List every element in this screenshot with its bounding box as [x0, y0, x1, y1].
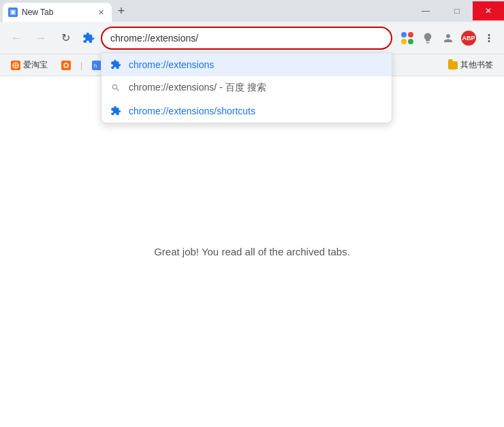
bookmark-taobao[interactable] — [56, 58, 76, 73]
puzzle-icon-1 — [110, 59, 122, 71]
bookmark-other[interactable]: 其他书签 — [443, 57, 499, 74]
search-icon-2 — [110, 82, 122, 94]
active-tab[interactable]: New Tab ✕ — [3, 3, 112, 22]
tab-close-button[interactable]: ✕ — [95, 7, 106, 18]
aitaobao-label: 爱淘宝 — [23, 59, 48, 71]
back-button[interactable]: ← — [5, 27, 27, 49]
autocomplete-item-3[interactable]: chrome://extensions/shortcuts — [101, 99, 392, 123]
google-dots — [401, 32, 413, 44]
other-bookmarks-label: 其他书签 — [460, 59, 493, 71]
lightbulb-icon[interactable] — [418, 29, 437, 48]
aitaobao-favicon — [11, 61, 20, 70]
autocomplete-dropdown: chrome://extensions chrome://extensions/… — [101, 52, 392, 123]
autocomplete-item-1[interactable]: chrome://extensions — [101, 53, 392, 76]
autocomplete-item-2[interactable]: chrome://extensions/ - 百度 搜索 — [101, 76, 392, 99]
bookmark-aitaobao[interactable]: 爱淘宝 — [5, 57, 53, 74]
extensions-nav-icon[interactable] — [79, 29, 98, 48]
minimize-button[interactable]: — — [410, 1, 441, 20]
refresh-button[interactable]: ↻ — [54, 27, 76, 49]
address-bar-container: chrome://extensions/ chrome://extensions… — [101, 27, 392, 50]
svg-rect-1 — [12, 11, 14, 14]
window-controls: — □ ✕ — [410, 1, 504, 20]
nav-bar: ← → ↻ chrome://extensions/ chrome://exte… — [0, 22, 504, 54]
google-apps-icon[interactable] — [398, 29, 417, 48]
toolbar-right: ABP — [398, 29, 499, 48]
back-icon: ← — [11, 32, 22, 44]
autocomplete-text-3: chrome://extensions/shortcuts — [129, 106, 255, 116]
maximize-button[interactable]: □ — [441, 1, 473, 20]
svg-text:h: h — [94, 63, 97, 68]
forward-icon: → — [35, 32, 46, 44]
more-options-button[interactable] — [479, 29, 499, 48]
abp-logo: ABP — [461, 31, 476, 46]
address-text: chrome://extensions/ — [110, 33, 383, 44]
main-content: Great job! You read all of the archived … — [0, 76, 504, 427]
refresh-icon: ↻ — [61, 31, 70, 44]
forward-button[interactable]: → — [30, 27, 52, 49]
title-bar: New Tab ✕ + — □ ✕ — [0, 0, 504, 22]
puzzle-icon-3 — [110, 105, 122, 117]
account-icon[interactable] — [439, 29, 458, 48]
tab-strip: New Tab ✕ + — [0, 0, 410, 22]
svg-point-5 — [64, 63, 68, 67]
close-button[interactable]: ✕ — [473, 1, 504, 20]
autocomplete-text-1: chrome://extensions — [129, 59, 214, 70]
main-message: Great job! You read all of the archived … — [154, 246, 350, 257]
autocomplete-text-2: chrome://extensions/ - 百度 搜索 — [129, 82, 266, 94]
address-bar[interactable]: chrome://extensions/ — [101, 27, 392, 50]
adblock-icon[interactable]: ABP — [459, 29, 478, 48]
new-tab-button[interactable]: + — [112, 1, 131, 20]
tab-label: New Tab — [22, 7, 53, 17]
tab-favicon — [8, 7, 18, 17]
taobao-favicon — [61, 61, 71, 70]
other-bookmarks-folder-icon — [448, 61, 458, 69]
bookmark-separator-1: | — [79, 61, 84, 70]
